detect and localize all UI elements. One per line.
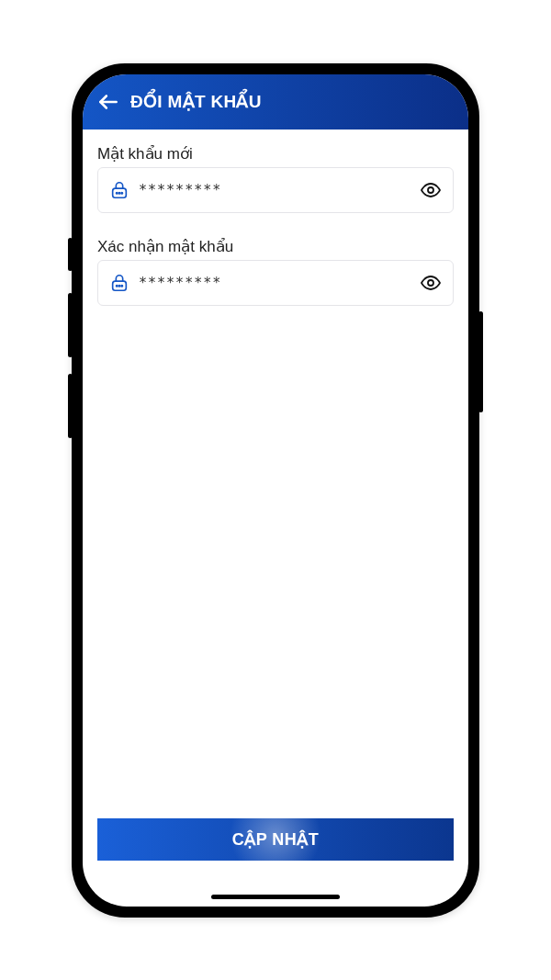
home-indicator[interactable] (211, 895, 340, 899)
new-password-label: Mật khẩu mới (97, 144, 454, 163)
new-password-group: Mật khẩu mới (97, 144, 454, 226)
svg-point-8 (118, 285, 119, 286)
phone-side-button (68, 238, 73, 271)
phone-volume-up (68, 293, 73, 357)
update-button-label: CẬP NHẬT (232, 829, 320, 850)
update-button[interactable]: CẬP NHẬT (97, 818, 454, 861)
new-password-input-wrap[interactable] (97, 167, 454, 213)
confirm-password-input-wrap[interactable] (97, 260, 454, 306)
confirm-password-input[interactable] (139, 275, 410, 291)
svg-point-9 (121, 285, 122, 286)
eye-icon[interactable] (420, 272, 442, 294)
app-header: ĐỔI MẬT KHẨU (83, 74, 468, 130)
new-password-input[interactable] (139, 182, 410, 198)
back-icon[interactable] (96, 89, 121, 115)
phone-frame: ĐỔI MẬT KHẨU Mật khẩu mới (72, 63, 479, 918)
confirm-password-group: Xác nhận mật khẩu (97, 237, 454, 319)
eye-icon[interactable] (420, 179, 442, 201)
svg-point-2 (117, 192, 118, 193)
screen: ĐỔI MẬT KHẨU Mật khẩu mới (83, 74, 468, 907)
confirm-password-label: Xác nhận mật khẩu (97, 237, 454, 256)
lock-icon (109, 180, 129, 200)
form-content: Mật khẩu mới (83, 130, 468, 818)
page-title: ĐỔI MẬT KHẨU (130, 91, 262, 112)
svg-point-3 (118, 192, 119, 193)
phone-volume-down (68, 374, 73, 438)
svg-point-5 (428, 187, 433, 193)
lock-icon (109, 273, 129, 293)
footer: CẬP NHẬT (83, 818, 468, 907)
svg-point-7 (117, 285, 118, 286)
svg-point-4 (121, 192, 122, 193)
phone-power-button (478, 311, 483, 412)
svg-point-10 (428, 280, 433, 286)
